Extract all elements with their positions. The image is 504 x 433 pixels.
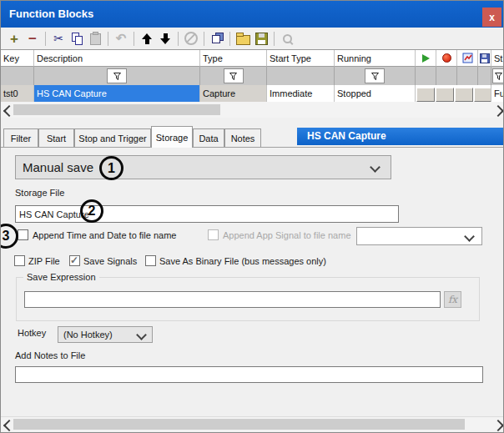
find-button[interactable]	[279, 30, 295, 47]
column-header-type[interactable]: Type	[200, 50, 267, 67]
chevron-down-icon	[136, 330, 147, 340]
magnifier-icon	[281, 33, 294, 45]
append-app-signal-label: Append App Signal to file name	[223, 230, 351, 240]
row-cell-truncated[interactable]: Fu	[491, 85, 504, 103]
filter-cell-truncated	[491, 67, 504, 85]
play-icon	[422, 54, 430, 63]
save-icon	[480, 53, 490, 63]
filter-cell-icon3	[457, 67, 478, 85]
save-expression-input[interactable]	[24, 291, 441, 308]
filter-cell-start-type	[267, 67, 335, 85]
scissors-icon: ✂	[53, 32, 63, 45]
save-button[interactable]	[253, 30, 270, 47]
save-binary-checkbox[interactable]	[145, 255, 156, 266]
toolbar: + − ✂ ↶	[1, 28, 503, 49]
hotkey-label: Hotkey	[18, 328, 46, 338]
row-cell-key[interactable]: tst0	[1, 85, 34, 103]
filter-button[interactable]	[224, 68, 244, 83]
copy-button[interactable]	[68, 30, 85, 47]
toolbar-separator	[45, 32, 46, 46]
column-header-running[interactable]: Running	[335, 50, 416, 67]
scroll-right-arrow[interactable]	[492, 105, 504, 117]
append-time-date-label: Append Time and Date to file name	[33, 230, 176, 240]
tab-notes[interactable]: Notes	[224, 128, 261, 147]
row-action-button[interactable]	[474, 88, 491, 102]
zip-file-checkbox[interactable]	[14, 255, 25, 266]
toolbar-separator	[134, 32, 134, 46]
funnel-icon	[229, 72, 238, 81]
row-cell-running[interactable]: Stopped	[335, 85, 416, 103]
move-up-button[interactable]	[139, 30, 155, 47]
filter-button[interactable]	[492, 68, 504, 83]
funnel-icon	[494, 72, 503, 81]
function-blocks-window: Function Blocks x + − ✂ ↶ Key Descriptio…	[0, 0, 504, 433]
title-bar: Function Blocks	[1, 1, 503, 28]
function-blocks-grid: Key Description Type Start Type Running …	[1, 49, 504, 103]
remove-button[interactable]: −	[24, 30, 41, 47]
column-header-save-icon[interactable]	[478, 50, 491, 67]
tab-data[interactable]: Data	[193, 128, 224, 147]
column-header-start-icon[interactable]	[416, 50, 436, 67]
arrow-up-icon	[142, 33, 152, 44]
filter-button[interactable]	[107, 68, 127, 83]
column-header-key[interactable]: Key	[1, 50, 34, 67]
undo-button[interactable]: ↶	[113, 30, 129, 47]
disable-button[interactable]	[183, 30, 199, 47]
cut-button[interactable]: ✂	[50, 30, 67, 47]
filter-button[interactable]	[365, 68, 385, 83]
column-header-description[interactable]: Description	[34, 50, 200, 67]
append-app-signal-checkbox	[208, 229, 219, 240]
open-button[interactable]	[234, 30, 251, 47]
move-down-button[interactable]	[157, 30, 174, 47]
row-action-button[interactable]	[436, 88, 454, 102]
append-time-date-checkbox[interactable]	[18, 229, 28, 240]
cascade-windows-icon	[211, 33, 224, 44]
hotkey-dropdown[interactable]: (No Hotkey)	[58, 326, 153, 343]
paste-button[interactable]	[87, 30, 103, 47]
filter-cell-icon4	[478, 67, 491, 85]
scroll-right-arrow[interactable]	[492, 420, 504, 431]
floppy-icon	[255, 33, 268, 45]
zip-file-label: ZIP File	[28, 256, 60, 266]
tab-filter[interactable]: Filter	[3, 128, 38, 147]
save-signals-checkbox[interactable]	[69, 255, 80, 266]
toolbar-separator	[204, 32, 204, 46]
scrollbar-thumb[interactable]	[13, 104, 220, 115]
storage-file-input[interactable]	[15, 205, 399, 223]
fx-button[interactable]: fx	[444, 291, 461, 308]
toolbar-separator	[178, 32, 179, 46]
add-notes-input[interactable]	[15, 366, 483, 383]
filter-cell-icon1	[416, 67, 436, 85]
save-expression-label: Save Expression	[23, 272, 99, 282]
scrollbar-thumb[interactable]	[13, 419, 465, 430]
filter-cell-running	[335, 67, 416, 85]
funnel-icon	[370, 72, 380, 81]
row-cell-start-type[interactable]: Immediate	[267, 85, 335, 103]
close-button[interactable]: x	[482, 8, 501, 27]
row-action-button[interactable]	[455, 88, 473, 102]
cascade-windows-button[interactable]	[209, 30, 225, 47]
add-button[interactable]: +	[6, 30, 23, 47]
chevron-down-icon	[464, 231, 475, 242]
save-mode-dropdown[interactable]: Manual save	[15, 155, 391, 179]
panel-horizontal-scrollbar	[1, 416, 504, 431]
tab-storage[interactable]: Storage	[151, 126, 193, 148]
no-entry-icon	[184, 32, 198, 45]
plus-icon: +	[10, 32, 18, 46]
open-folder-icon	[236, 35, 250, 45]
column-header-truncated[interactable]: St	[491, 50, 504, 67]
grid-horizontal-scrollbar	[1, 102, 504, 118]
row-cell-description[interactable]: HS CAN Capture	[34, 85, 200, 103]
row-action-button[interactable]	[416, 88, 435, 102]
fx-icon: fx	[448, 294, 457, 305]
row-cell-type[interactable]: Capture	[200, 85, 267, 103]
tab-stop-and-trigger[interactable]: Stop and Trigger	[74, 128, 151, 147]
column-header-start-type[interactable]: Start Type	[267, 50, 335, 67]
add-notes-label: Add Notes to File	[15, 350, 85, 360]
save-signals-label: Save Signals	[83, 256, 137, 266]
filter-cell-type	[200, 67, 267, 85]
app-signal-dropdown[interactable]	[356, 227, 482, 245]
column-header-record-icon[interactable]	[436, 50, 457, 67]
tab-start[interactable]: Start	[38, 128, 74, 147]
column-header-report-icon[interactable]	[457, 50, 478, 67]
